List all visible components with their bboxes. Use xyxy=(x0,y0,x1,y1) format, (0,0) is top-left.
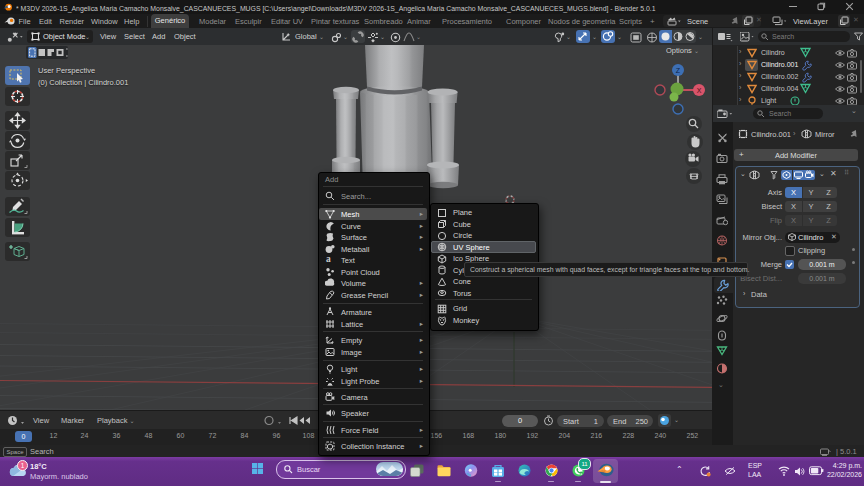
svg-text:Z: Z xyxy=(676,67,681,74)
svg-text:X: X xyxy=(697,87,702,94)
